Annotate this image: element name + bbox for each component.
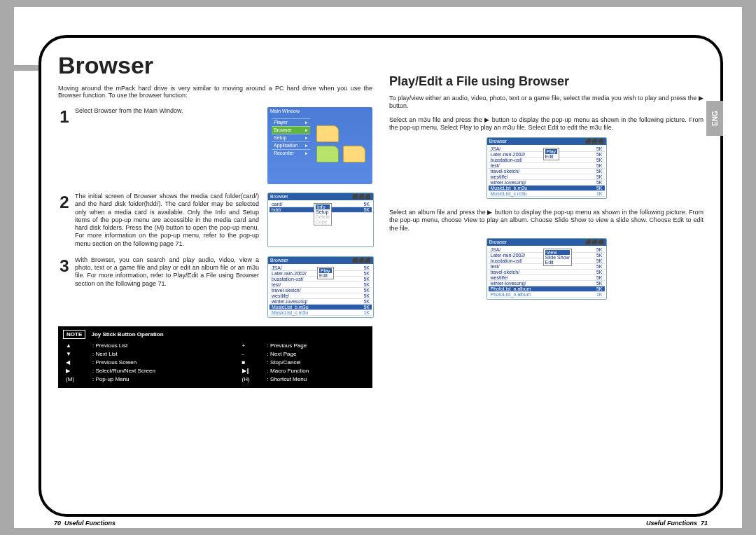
step-number: 2 [58,193,71,248]
paragraph: Select an album file and press the ▶ but… [389,209,704,232]
mainwin-title: Main Window [267,107,372,115]
step-text: The initial screen of Browser shows the … [75,193,263,248]
browser-screenshot: Browser⬛⬛⬛ JSA/5K Later-rain-2002/5K bus… [486,137,607,199]
status-icons: ⬛⬛⬛ [352,194,371,200]
language-tab: ENG [706,101,723,136]
folder-icon [316,125,339,142]
page-background: Browser Moving around the mPack hard dri… [14,7,742,528]
step-3: 3 With Browser, you can search and play … [58,256,372,318]
note-box: NOTE Joy Stick Button Operation ▲: Previ… [58,326,372,388]
step-number: 3 [58,256,71,318]
step-2: 2 The initial screen of Browser shows th… [58,193,372,248]
step-1: 1 Select Browser from the Main Window. M… [58,107,372,184]
popup-menu: Play Edit [317,267,334,279]
figure: Browser⬛⬛⬛ JSA/5K Later-rain-2002/5K bus… [389,238,704,300]
step-text: With Browser, you can search and play au… [75,256,263,318]
paragraph: Select an m3u file and press the ▶ butto… [389,116,704,132]
step-image: Browser⬛⬛⬛ JSA/5K Later-rain-2002/5K bus… [267,256,372,318]
paragraph: To play/view either an audio, video, pho… [389,95,704,111]
browser-screenshot: Browser⬛⬛⬛ JSA/5K Later-rain-2002/5K bus… [267,256,374,318]
step-text: Select Browser from the Main Window. [75,107,263,184]
joystick-table: ▲: Previous List+: Previous Page ▼: Next… [63,341,368,384]
footer-left: 70 Useful Functions [54,520,115,527]
browser-screenshot: Browser⬛⬛⬛ card/5K hdd/5K Info Setup Del… [267,193,374,247]
rounded-frame: Browser Moving around the mPack hard dri… [38,35,723,517]
step-number: 1 [58,107,71,184]
left-column: Browser Moving around the mPack hard dri… [50,46,381,506]
menu-item: Player▸ [272,118,310,126]
folder-icon [343,146,365,162]
popup-menu: Info Setup Delete Copy [314,203,332,225]
figure: Browser⬛⬛⬛ JSA/5K Later-rain-2002/5K bus… [389,137,704,199]
page-title: Browser [58,52,372,79]
folder-icon [316,146,339,162]
step-image: Browser⬛⬛⬛ card/5K hdd/5K Info Setup Del… [267,193,372,248]
menu-item: Recorder▸ [272,149,310,157]
popup-item: Info [316,204,330,209]
note-title: Joy Stick Button Operation [91,331,163,338]
popup-item: Setup [316,209,330,214]
folder-icons [315,124,367,165]
mini-header: Browser⬛⬛⬛ [268,193,373,200]
menu-item: Setup▸ [272,134,310,141]
popup-item: Delete [316,214,330,219]
step-image: Main Window Player▸ Browser▸ Setup▸ Appl… [267,107,372,184]
note-label: NOTE [63,330,85,339]
right-column: Play/Edit a File using Browser To play/v… [381,46,712,506]
intro-text: Moving around the mPack hard drive is ve… [58,85,372,99]
section-heading: Play/Edit a File using Browser [389,74,704,89]
main-window-screenshot: Main Window Player▸ Browser▸ Setup▸ Appl… [267,107,372,184]
gray-tab-left [14,65,38,71]
menu-item: Application▸ [272,141,310,149]
browser-screenshot: Browser⬛⬛⬛ JSA/5K Later-rain-2002/5K bus… [486,238,607,300]
footer-right: Useful Functions 71 [646,520,708,527]
menu-item-selected: Browser▸ [272,126,310,134]
popup-item: Copy [316,219,330,224]
